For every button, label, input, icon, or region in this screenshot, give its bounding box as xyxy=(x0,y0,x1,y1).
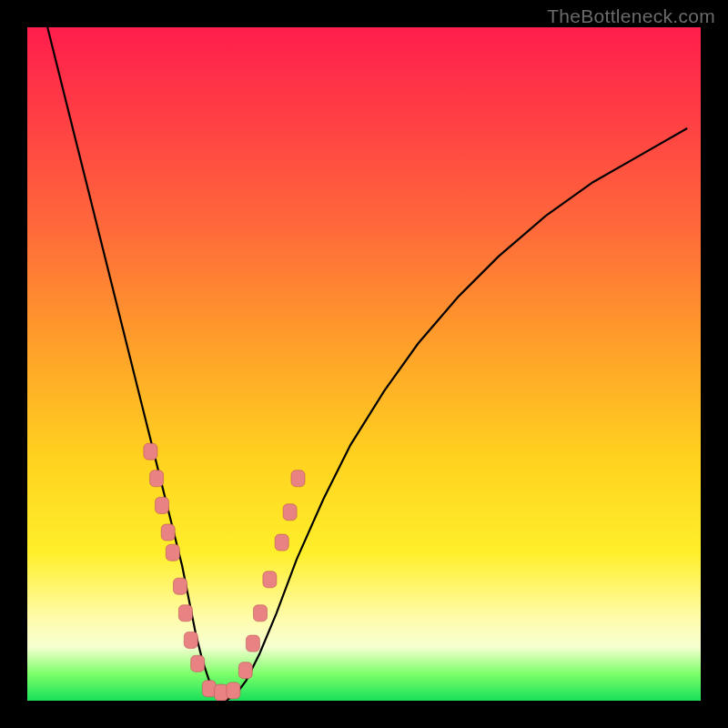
curve-markers xyxy=(144,443,305,701)
watermark-text: TheBottleneck.com xyxy=(547,5,715,27)
curve-marker xyxy=(191,655,205,672)
chart-svg xyxy=(27,27,701,701)
curve-marker xyxy=(246,635,259,652)
curve-marker xyxy=(156,497,169,513)
chart-frame: TheBottleneck.com xyxy=(0,0,728,728)
curve-marker xyxy=(238,662,252,679)
curve-marker xyxy=(202,681,216,697)
curve-marker xyxy=(283,504,297,521)
curve-marker xyxy=(227,682,240,699)
curve-marker xyxy=(254,605,268,622)
curve-marker xyxy=(166,544,179,561)
curve-marker xyxy=(178,605,192,622)
curve-marker xyxy=(184,632,197,648)
curve-marker xyxy=(291,470,305,487)
curve-marker xyxy=(144,443,157,460)
curve-marker xyxy=(161,524,175,541)
curve-marker xyxy=(275,534,288,551)
curve-marker xyxy=(150,470,164,487)
curve-marker xyxy=(174,578,187,594)
plot-area xyxy=(27,27,701,701)
curve-marker xyxy=(215,684,228,701)
curve-marker xyxy=(263,571,277,588)
bottleneck-curve xyxy=(47,27,687,701)
